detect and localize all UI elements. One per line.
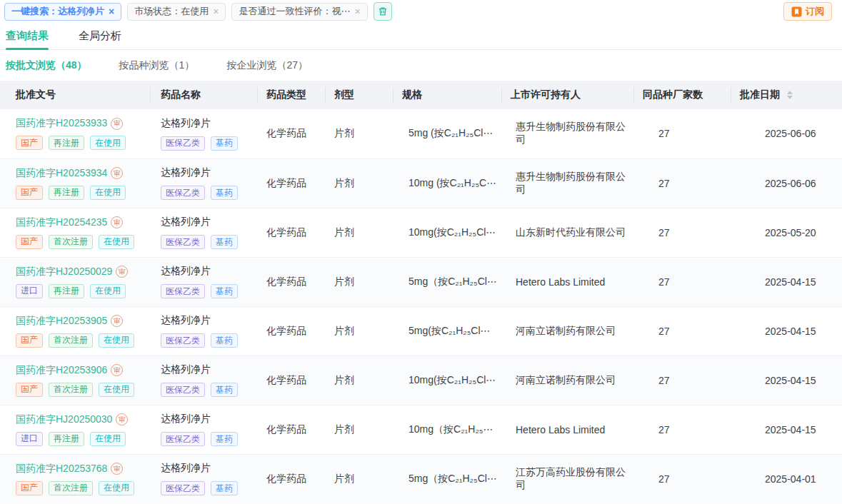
- approval-tags: 国产首次注册在使用: [16, 235, 150, 249]
- tag: 再注册: [49, 432, 84, 446]
- approval-no-link[interactable]: 国药准字H20253933: [16, 117, 107, 130]
- drug-tags: 医保乙类基药: [161, 284, 257, 298]
- review-badge-icon[interactable]: 审: [116, 266, 128, 278]
- review-badge-icon[interactable]: 审: [111, 118, 123, 130]
- drug-name: 达格列净片: [161, 314, 257, 327]
- close-icon[interactable]: ×: [109, 6, 114, 16]
- tag: 在使用: [90, 136, 126, 150]
- view-tab-by-approval[interactable]: 按批文浏览（48）: [6, 59, 87, 72]
- tag: 首次注册: [49, 481, 93, 495]
- approval-date-cell: 2025-04-15: [731, 306, 842, 356]
- tag: 首次注册: [49, 235, 93, 249]
- tab-query-results[interactable]: 查询结果: [6, 29, 49, 49]
- spec-cell: 5mg（按C₂₁H₂₅Cl⋯: [393, 454, 501, 503]
- sort-icon[interactable]: [787, 91, 793, 99]
- tag: 基药: [211, 284, 238, 298]
- holder-cell: 江苏万高药业股份有限公司: [501, 454, 633, 503]
- tag: 医保乙类: [161, 186, 205, 200]
- tag: 医保乙类: [161, 432, 205, 446]
- subscribe-button[interactable]: 订阅: [783, 2, 832, 21]
- approval-tags: 国产再注册在使用: [16, 136, 150, 150]
- drug-tags: 医保乙类基药: [161, 136, 257, 151]
- same-variety-count-cell: 27: [633, 208, 731, 257]
- sort-asc-icon[interactable]: [787, 91, 793, 94]
- filter-chip-consistency-eval[interactable]: 是否通过一致性评价：视⋯ ×: [231, 3, 367, 21]
- approval-date-cell: 2025-04-01: [731, 454, 842, 503]
- review-badge-icon[interactable]: 审: [111, 364, 123, 376]
- spec-cell: 10mg (按C₂₁H₂₅C⋯: [393, 158, 501, 208]
- close-icon[interactable]: ×: [213, 6, 219, 16]
- filter-bar: 一键搜索：达格列净片 × 市场状态：在使用 × 是否通过一致性评价：视⋯ × 订…: [0, 0, 842, 24]
- filter-chip-label: 是否通过一致性评价：视⋯: [239, 5, 350, 18]
- approval-no-link[interactable]: 国药准字H20253906: [16, 364, 107, 377]
- drug-tags: 医保乙类基药: [161, 481, 257, 495]
- tag: 基药: [211, 235, 238, 249]
- sort-desc-icon[interactable]: [787, 96, 793, 99]
- drug-type-cell: 化学药品: [257, 257, 325, 306]
- tag: 基药: [211, 136, 238, 151]
- tag: 首次注册: [49, 383, 93, 397]
- review-badge-icon[interactable]: 审: [111, 315, 123, 327]
- tag: 国产: [16, 235, 43, 249]
- approval-no-link[interactable]: 国药准字HJ20250030: [16, 413, 112, 426]
- filter-chip-market-status[interactable]: 市场状态：在使用 ×: [127, 3, 226, 21]
- tag: 国产: [16, 186, 43, 200]
- results-table: 批准文号 药品名称 药品类型 剂型 规格 上市许可持有人 同品种厂家数 批准日期…: [0, 81, 842, 503]
- clear-filters-button[interactable]: [374, 2, 392, 21]
- same-variety-count-cell: 27: [633, 109, 731, 158]
- table-row: 国药准字H20253933 审 国产再注册在使用 达格列净片 医保乙类基药 化学…: [0, 109, 842, 158]
- approval-date-cell: 2025-06-06: [731, 109, 842, 158]
- table-row: 国药准字HJ20250029 审 进口再注册在使用 达格列净片 医保乙类基药 化…: [0, 257, 842, 306]
- table-row: 国药准字H20254235 审 国产首次注册在使用 达格列净片 医保乙类基药 化…: [0, 208, 842, 257]
- tag: 基药: [211, 432, 238, 446]
- drug-name: 达格列净片: [161, 216, 257, 228]
- approval-no-link[interactable]: 国药准字H20253934: [16, 167, 107, 180]
- approval-no-link[interactable]: 国药准字H20253768: [16, 463, 107, 475]
- filter-chip-label: 一键搜索：达格列净片: [11, 5, 104, 18]
- filter-chip-search[interactable]: 一键搜索：达格列净片 ×: [4, 3, 121, 21]
- dosage-form-cell: 片剂: [325, 257, 393, 306]
- drug-name: 达格列净片: [161, 363, 257, 376]
- approval-tags: 国产首次注册在使用: [16, 333, 150, 348]
- holder-cell: Hetero Labs Limited: [501, 257, 633, 306]
- tag: 基药: [211, 186, 238, 200]
- review-badge-icon[interactable]: 审: [116, 413, 128, 425]
- table-row: 国药准字H20253768 审 国产首次注册在使用 达格列净片 医保乙类基药 化…: [0, 454, 842, 503]
- tag: 医保乙类: [161, 235, 205, 249]
- filter-chip-label: 市场状态：在使用: [134, 5, 209, 18]
- tag: 基药: [211, 383, 238, 397]
- column-header-drug-type: 药品类型: [257, 81, 325, 109]
- view-tab-by-variety[interactable]: 按品种浏览（1）: [119, 59, 195, 72]
- drug-type-cell: 化学药品: [257, 306, 325, 356]
- holder-cell: Hetero Labs Limited: [501, 405, 633, 454]
- approval-date-cell: 2025-04-15: [731, 257, 842, 306]
- table-row: 国药准字H20253905 审 国产首次注册在使用 达格列净片 医保乙类基药 化…: [0, 306, 842, 356]
- drug-name: 达格列净片: [161, 117, 257, 130]
- drug-name: 达格列净片: [161, 413, 257, 425]
- spec-cell: 10mg（按C₂₁H₂₅⋯: [393, 405, 501, 454]
- approval-no-link[interactable]: 国药准字H20254235: [16, 216, 107, 229]
- tag: 在使用: [90, 284, 126, 298]
- same-variety-count-cell: 27: [633, 158, 731, 208]
- review-badge-icon[interactable]: 审: [111, 216, 123, 228]
- approval-no-link[interactable]: 国药准字HJ20250029: [16, 266, 112, 278]
- tag: 基药: [211, 481, 238, 495]
- drug-name: 达格列净片: [161, 265, 257, 278]
- tag: 首次注册: [49, 333, 93, 348]
- tag: 基药: [211, 333, 238, 348]
- approval-no-link[interactable]: 国药准字H20253905: [16, 315, 107, 328]
- drug-tags: 医保乙类基药: [161, 186, 257, 200]
- tag: 国产: [16, 333, 43, 348]
- view-tab-by-company[interactable]: 按企业浏览（27）: [226, 59, 308, 72]
- tab-global-analysis[interactable]: 全局分析: [79, 29, 121, 49]
- drug-name: 达格列净片: [161, 462, 257, 475]
- dosage-form-cell: 片剂: [325, 208, 393, 257]
- column-header-approval-no: 批准文号: [0, 81, 150, 109]
- dosage-form-cell: 片剂: [325, 109, 393, 158]
- review-badge-icon[interactable]: 审: [111, 463, 123, 475]
- spec-cell: 5mg(按C₂₁H₂₅Cl⋯: [393, 306, 501, 356]
- close-icon[interactable]: ×: [354, 6, 360, 16]
- approval-tags: 进口再注册在使用: [16, 284, 150, 298]
- review-badge-icon[interactable]: 审: [111, 167, 123, 179]
- approval-date-label: 批准日期: [740, 89, 780, 100]
